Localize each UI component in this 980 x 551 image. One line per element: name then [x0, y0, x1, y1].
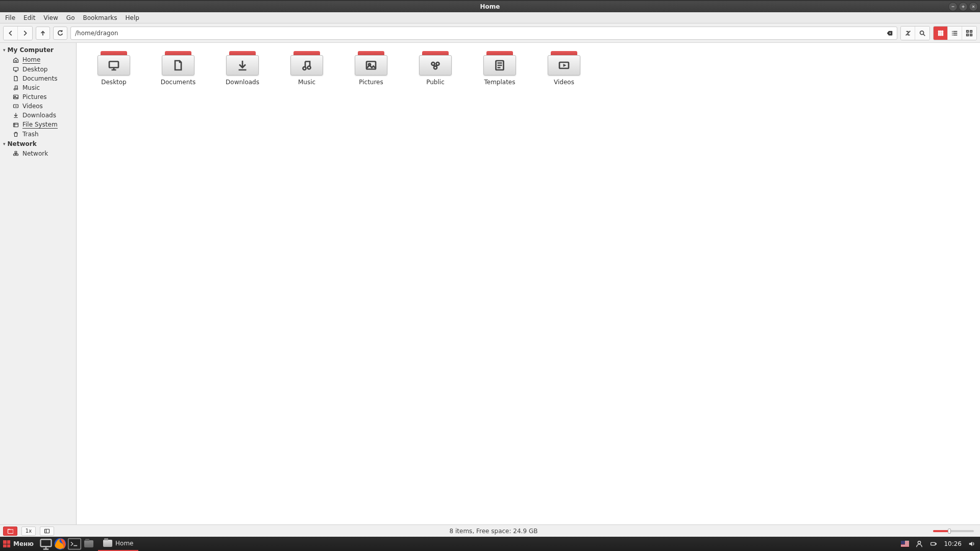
- videos-icon: [12, 103, 19, 110]
- folder-label: Desktop: [101, 79, 127, 86]
- folder-view[interactable]: Desktop Documents Downloads Music Pictur…: [77, 43, 980, 524]
- tray-clock[interactable]: 10:26: [944, 540, 962, 547]
- folder-icon: [290, 51, 323, 76]
- menu-view[interactable]: View: [39, 13, 62, 23]
- start-menu-button[interactable]: Меню: [0, 537, 39, 551]
- window-title: Home: [480, 3, 500, 10]
- sidebar-item-desktop[interactable]: Desktop: [0, 65, 76, 74]
- window-minimize-button[interactable]: [948, 2, 958, 11]
- show-treeview-button[interactable]: [40, 527, 54, 536]
- network-icon: [12, 150, 19, 157]
- folder-icon: [355, 51, 387, 76]
- folder-downloads[interactable]: Downloads: [210, 48, 275, 89]
- pictures-icon: [12, 93, 19, 101]
- nav-forward-button[interactable]: [18, 27, 32, 40]
- taskbar-window-label: Home: [115, 540, 133, 547]
- sidebar-item-pictures[interactable]: Pictures: [0, 92, 76, 102]
- toolbar: /home/dragon: [0, 23, 980, 43]
- tray-user[interactable]: [915, 540, 923, 548]
- folder-templates[interactable]: Templates: [468, 48, 532, 89]
- folder-icon: [226, 51, 259, 76]
- view-list-button[interactable]: [948, 27, 962, 40]
- desktop-icon: [12, 66, 19, 73]
- taskbar-files-launcher[interactable]: [82, 537, 96, 551]
- path-clear-button[interactable]: [886, 29, 894, 37]
- home-icon: [12, 57, 19, 64]
- sidebar-item-network[interactable]: Network: [0, 149, 76, 158]
- sidebar-item-label: Documents: [22, 75, 57, 82]
- nav-up-button[interactable]: [36, 27, 50, 40]
- menu-file[interactable]: File: [1, 13, 19, 23]
- taskbar-terminal-launcher[interactable]: [67, 537, 82, 551]
- sidebar-item-label: Pictures: [22, 93, 47, 101]
- folder-icon: [162, 51, 194, 76]
- menu-edit[interactable]: Edit: [19, 13, 39, 23]
- show-places-button[interactable]: [3, 527, 17, 536]
- sidebar-item-label: Videos: [22, 103, 43, 110]
- view-icons-button[interactable]: [934, 27, 948, 40]
- folder-music[interactable]: Music: [275, 48, 339, 89]
- folder-label: Documents: [161, 79, 195, 86]
- zoom-level-button[interactable]: 1x: [21, 527, 36, 536]
- menu-bookmarks[interactable]: Bookmarks: [79, 13, 121, 23]
- folder-pictures[interactable]: Pictures: [339, 48, 403, 89]
- folder-videos[interactable]: Videos: [532, 48, 596, 89]
- folder-public[interactable]: Public: [403, 48, 468, 89]
- sidebar-item-label: Home: [22, 56, 40, 64]
- nav-reload-button[interactable]: [53, 27, 67, 40]
- tray-battery[interactable]: [929, 540, 938, 548]
- folder-label: Downloads: [226, 79, 259, 86]
- sidebar-item-label: Downloads: [22, 112, 56, 119]
- folder-icon: [548, 51, 580, 76]
- sidebar-item-label: Desktop: [22, 66, 48, 73]
- toggle-location-button[interactable]: [901, 27, 915, 40]
- taskbar-window-home[interactable]: Home: [98, 537, 138, 551]
- sidebar-item-label: Music: [22, 84, 40, 91]
- window-maximize-button[interactable]: [959, 2, 968, 11]
- sidebar-item-home[interactable]: Home: [0, 55, 76, 65]
- folder-label: Pictures: [359, 79, 383, 86]
- folder-icon: [103, 540, 112, 547]
- sidebar-item-label: File System: [22, 121, 58, 129]
- path-bar[interactable]: /home/dragon: [70, 27, 897, 40]
- sidebar-item-videos[interactable]: Videos: [0, 102, 76, 111]
- sidebar-group-header[interactable]: Network: [0, 139, 76, 149]
- downloads-icon: [12, 112, 19, 119]
- taskbar-firefox-launcher[interactable]: [53, 537, 67, 551]
- sidebar-item-documents[interactable]: Documents: [0, 74, 76, 83]
- path-text: /home/dragon: [75, 30, 118, 37]
- statusbar: 1x 8 items, Free space: 24.9 GB: [0, 524, 980, 537]
- window-close-button[interactable]: [969, 2, 978, 11]
- nav-back-button[interactable]: [4, 27, 18, 40]
- show-desktop-button[interactable]: [39, 537, 53, 551]
- folder-label: Music: [298, 79, 315, 86]
- tray-volume[interactable]: [968, 540, 976, 548]
- sidebar-item-downloads[interactable]: Downloads: [0, 111, 76, 120]
- folder-icon: [483, 51, 516, 76]
- tray-keyboard-layout[interactable]: [901, 540, 909, 548]
- sidebar-group-header[interactable]: My Computer: [0, 45, 76, 55]
- flag-us-icon: [901, 541, 909, 547]
- folder-desktop[interactable]: Desktop: [82, 48, 146, 89]
- folder-icon: [419, 51, 452, 76]
- sidebar-item-file-system[interactable]: File System: [0, 120, 76, 130]
- menu-go[interactable]: Go: [62, 13, 79, 23]
- sidebar-item-label: Trash: [22, 131, 39, 138]
- window-titlebar: Home: [0, 0, 980, 12]
- zoom-slider[interactable]: [933, 530, 974, 532]
- folder-label: Videos: [554, 79, 574, 86]
- sidebar-item-music[interactable]: Music: [0, 83, 76, 92]
- taskbar: Меню Home 10:26: [0, 537, 980, 551]
- view-compact-button[interactable]: [962, 27, 976, 40]
- folder-label: Templates: [484, 79, 515, 86]
- status-text: 8 items, Free space: 24.9 GB: [54, 528, 933, 535]
- menu-help[interactable]: Help: [121, 13, 143, 23]
- trash-icon: [12, 131, 19, 138]
- folder-documents[interactable]: Documents: [146, 48, 210, 89]
- start-menu-label: Меню: [13, 540, 34, 547]
- places-sidebar: My ComputerHomeDesktopDocumentsMusicPict…: [0, 43, 77, 524]
- search-button[interactable]: [915, 27, 929, 40]
- folder-icon: [97, 51, 130, 76]
- sidebar-item-trash[interactable]: Trash: [0, 130, 76, 139]
- folder-label: Public: [426, 79, 445, 86]
